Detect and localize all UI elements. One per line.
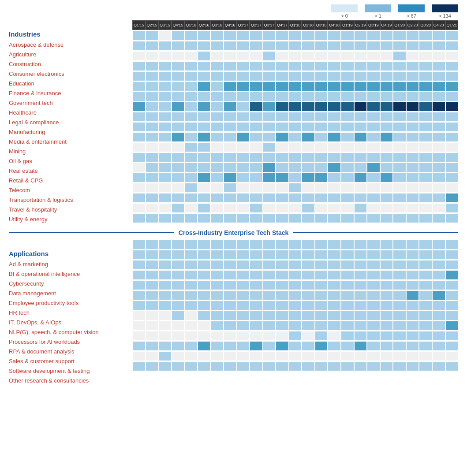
- cell-16-0: [133, 193, 145, 202]
- row-label-12[interactable]: Oil & gas: [9, 156, 132, 166]
- row-label-11[interactable]: Mining: [9, 146, 132, 156]
- cell-6-15: [328, 301, 340, 310]
- cell-12-1: [146, 362, 158, 371]
- row-link-13[interactable]: Real estate: [9, 167, 38, 174]
- cell-9-9: [250, 331, 262, 340]
- cell-10-12: [289, 133, 302, 141]
- row-link-15[interactable]: Telecom: [9, 187, 30, 193]
- cell-17-1: [146, 204, 158, 212]
- row-label-2[interactable]: Construction: [9, 59, 132, 69]
- row-link-3[interactable]: Data management: [9, 290, 56, 297]
- cell-17-23: [433, 204, 445, 212]
- row-label-6[interactable]: IT, DevOps, & AIOps: [9, 317, 132, 327]
- row-label-4[interactable]: Employee productivity tools: [9, 298, 132, 308]
- row-label-4[interactable]: Education: [9, 78, 132, 88]
- row-label-16[interactable]: Transportation & logistics: [9, 195, 132, 205]
- row-label-10[interactable]: Media & entertainment: [9, 137, 132, 146]
- cell-18-20: [393, 214, 406, 223]
- cell-4-23: [433, 281, 445, 290]
- cell-16-9: [250, 193, 262, 202]
- row-label-11[interactable]: Software development & testing: [9, 366, 132, 376]
- row-link-11[interactable]: Software development & testing: [9, 368, 90, 374]
- cell-10-0: [133, 342, 145, 350]
- row-link-18[interactable]: Utility & energy: [9, 216, 47, 223]
- row-label-1[interactable]: BI & operational intelligence: [9, 269, 132, 279]
- row-link-5[interactable]: Finance & insurance: [9, 90, 61, 97]
- row-label-17[interactable]: Travel & hospitality: [9, 205, 132, 214]
- cell-13-16: [341, 163, 354, 172]
- row-label-14[interactable]: Retail & CPG: [9, 175, 132, 185]
- row-link-10[interactable]: Media & entertainment: [9, 138, 67, 145]
- cell-15-15: [328, 183, 340, 192]
- cell-13-3: [172, 163, 184, 172]
- row-link-11[interactable]: Mining: [9, 148, 26, 155]
- heatmap-row-9: [132, 122, 458, 132]
- cell-0-12: [289, 240, 302, 249]
- cell-7-16: [341, 102, 354, 111]
- row-label-5[interactable]: Finance & insurance: [9, 88, 132, 98]
- row-link-4[interactable]: Education: [9, 80, 34, 87]
- row-label-2[interactable]: Cybersecurity: [9, 279, 132, 288]
- row-link-9[interactable]: Manufacturing: [9, 129, 45, 135]
- cell-5-24: [446, 291, 458, 300]
- row-link-1[interactable]: Agriculture: [9, 51, 36, 58]
- row-label-7[interactable]: NLP(G), speech, & computer vision: [9, 327, 132, 337]
- row-label-15[interactable]: Telecom: [9, 185, 132, 195]
- row-link-9[interactable]: RPA & document analysis: [9, 348, 75, 355]
- row-label-8[interactable]: Legal & compliance: [9, 117, 132, 127]
- row-label-0[interactable]: Ad & marketing: [9, 259, 132, 269]
- row-label-1[interactable]: Agriculture: [9, 49, 132, 59]
- row-link-5[interactable]: HR tech: [9, 309, 30, 316]
- cell-14-15: [328, 173, 340, 182]
- cell-1-3: [172, 41, 184, 50]
- row-link-8[interactable]: Legal & compliance: [9, 119, 59, 126]
- row-link-1[interactable]: BI & operational intelligence: [9, 271, 80, 277]
- cell-3-6: [211, 271, 223, 279]
- row-label-0[interactable]: Aerospace & defense: [9, 40, 132, 49]
- row-link-2[interactable]: Construction: [9, 61, 41, 67]
- cell-9-10: [263, 331, 276, 340]
- cell-9-15: [328, 331, 340, 340]
- row-link-0[interactable]: Aerospace & defense: [9, 41, 64, 48]
- cell-16-11: [276, 193, 288, 202]
- row-link-16[interactable]: Transportation & logistics: [9, 197, 73, 203]
- row-label-18[interactable]: Utility & energy: [9, 214, 132, 224]
- row-link-7[interactable]: Healthcare: [9, 109, 37, 116]
- row-link-3[interactable]: Consumer electronics: [9, 71, 64, 77]
- cell-9-6: [211, 331, 223, 340]
- row-link-12[interactable]: Oil & gas: [9, 158, 32, 164]
- legend-item-1: > 1: [365, 4, 391, 19]
- row-link-6[interactable]: IT, DevOps, & AIOps: [9, 319, 61, 326]
- row-link-2[interactable]: Cybersecurity: [9, 280, 44, 287]
- cell-13-18: [367, 163, 380, 172]
- row-label-13[interactable]: Real estate: [9, 166, 132, 175]
- row-label-10[interactable]: Sales & customer support: [9, 356, 132, 366]
- row-link-17[interactable]: Travel & hospitality: [9, 206, 57, 213]
- row-label-5[interactable]: HR tech: [9, 308, 132, 317]
- cell-6-11: [276, 301, 288, 310]
- row-label-7[interactable]: Healthcare: [9, 108, 132, 117]
- row-link-7[interactable]: NLP(G), speech, & computer vision: [9, 329, 99, 335]
- cell-6-1: [146, 301, 158, 310]
- cell-12-9: [250, 362, 262, 371]
- row-label-9[interactable]: RPA & document analysis: [9, 346, 132, 356]
- cell-16-20: [393, 193, 406, 202]
- cell-15-12: [289, 183, 302, 192]
- row-label-8[interactable]: Processors for AI workloads: [9, 337, 132, 346]
- row-link-6[interactable]: Government tech: [9, 100, 53, 106]
- row-label-6[interactable]: Government tech: [9, 98, 132, 108]
- cell-11-9: [250, 143, 262, 152]
- cell-0-11: [276, 31, 288, 40]
- row-label-3[interactable]: Data management: [9, 288, 132, 298]
- row-link-0[interactable]: Ad & marketing: [9, 261, 48, 268]
- row-link-4[interactable]: Employee productivity tools: [9, 300, 78, 306]
- row-link-10[interactable]: Sales & customer support: [9, 358, 75, 364]
- row-label-3[interactable]: Consumer electronics: [9, 69, 132, 78]
- cell-12-15: [328, 362, 340, 371]
- row-link-8[interactable]: Processors for AI workloads: [9, 338, 80, 345]
- row-link-14[interactable]: Retail & CPG: [9, 177, 43, 184]
- cell-8-8: [237, 112, 250, 121]
- row-label-9[interactable]: Manufacturing: [9, 127, 132, 137]
- row-link-12[interactable]: Other research & consultancies: [9, 377, 89, 384]
- row-label-12[interactable]: Other research & consultancies: [9, 376, 132, 385]
